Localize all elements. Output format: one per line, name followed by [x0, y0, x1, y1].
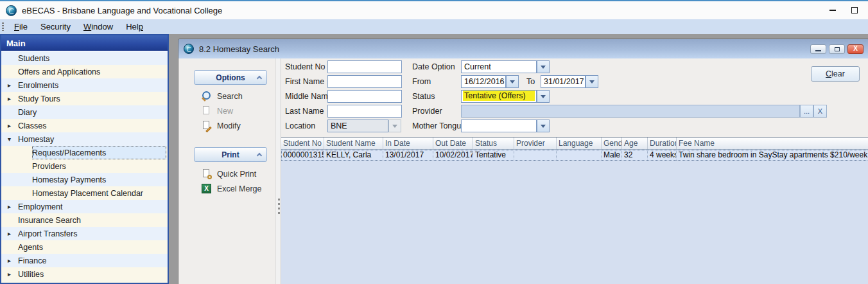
- sidebar-item-agents[interactable]: Agents: [1, 240, 168, 254]
- column-header-language[interactable]: Language: [557, 138, 602, 149]
- minimize-button[interactable]: [822, 1, 844, 19]
- sidebar: Main Students Offers and Applications ▸E…: [0, 34, 169, 284]
- sidebar-item-study-tours[interactable]: ▸Study Tours: [1, 92, 168, 105]
- close-icon: X: [853, 46, 858, 52]
- app-window: eBECAS - Brisbane Language and Vocationa…: [0, 0, 868, 284]
- menubar-grip-icon: [2, 22, 4, 31]
- to-date-dropdown-button[interactable]: [586, 75, 598, 88]
- homestay-search-window: 8.2 Homestay Search X Options: [178, 39, 868, 284]
- middle-name-label: Middle Name: [285, 92, 333, 101]
- column-header-gender[interactable]: Gende: [602, 138, 622, 149]
- clear-button[interactable]: Clear: [811, 66, 860, 82]
- from-date-label: From: [412, 77, 431, 86]
- quick-print-button[interactable]: Quick Print: [202, 168, 256, 179]
- homestay-window-title: 8.2 Homestay Search: [199, 44, 279, 54]
- sidebar-item-students[interactable]: Students: [1, 51, 168, 65]
- child-close-button[interactable]: X: [847, 44, 864, 54]
- child-restore-button[interactable]: [829, 44, 845, 54]
- minimize-icon: [815, 50, 821, 51]
- date-option-select[interactable]: Current: [461, 60, 537, 73]
- status-label: Status: [412, 92, 435, 101]
- cell-language: [557, 150, 602, 161]
- cell-in-date: 13/01/2017: [383, 150, 433, 161]
- restore-icon: [835, 47, 840, 51]
- to-date-input[interactable]: 31/01/2017: [541, 75, 586, 88]
- chevron-down-icon: [510, 80, 515, 84]
- sidebar-item-classes[interactable]: ▸Classes: [1, 119, 168, 132]
- column-header-provider[interactable]: Provider: [514, 138, 557, 149]
- expand-arrow-icon: ▸: [5, 122, 13, 129]
- sidebar-item-homestay-placement-calendar[interactable]: Homestay Placement Calendar: [1, 186, 168, 200]
- sidebar-item-providers[interactable]: Providers: [1, 159, 168, 173]
- cell-provider: [514, 150, 557, 161]
- status-select[interactable]: Tentative (Offers): [461, 90, 537, 103]
- search-button[interactable]: Search: [202, 91, 243, 102]
- modify-button[interactable]: Modify: [202, 120, 241, 131]
- expand-arrow-icon: ▸: [5, 257, 13, 264]
- from-date-dropdown-button[interactable]: [506, 75, 519, 88]
- panel-splitter[interactable]: [275, 58, 281, 284]
- sidebar-item-offers-and-applications[interactable]: Offers and Applications: [1, 65, 168, 78]
- status-dropdown-button[interactable]: [537, 90, 550, 103]
- provider-input: [461, 105, 800, 118]
- student-no-input[interactable]: [327, 60, 402, 73]
- search-form: Student No First Name Middle Name Last N…: [281, 58, 868, 137]
- sidebar-item-airport-transfers[interactable]: ▸Airport Transfers: [1, 227, 168, 240]
- print-group-header[interactable]: Print: [194, 147, 267, 162]
- column-header-age[interactable]: Age: [622, 138, 648, 149]
- window-titlebar: eBECAS - Brisbane Language and Vocationa…: [0, 1, 868, 19]
- column-header-out-date[interactable]: Out Date: [433, 138, 473, 149]
- column-header-student-name[interactable]: Student Name: [324, 138, 383, 149]
- search-area: Student No First Name Middle Name Last N…: [281, 58, 868, 284]
- date-option-dropdown-button[interactable]: [537, 60, 550, 73]
- menu-help[interactable]: Help: [119, 21, 150, 33]
- sidebar-item-utilities[interactable]: ▸Utilities: [1, 267, 168, 281]
- modify-pencil-icon: [202, 121, 211, 130]
- column-header-status[interactable]: Status: [473, 138, 514, 149]
- cell-duration: 4 weeks: [648, 150, 677, 161]
- menu-window[interactable]: Window: [77, 21, 119, 33]
- student-no-label: Student No: [285, 62, 326, 71]
- sidebar-item-insurance-search[interactable]: Insurance Search: [1, 213, 168, 227]
- from-date-input[interactable]: 16/12/2016: [461, 75, 506, 88]
- middle-name-input[interactable]: [327, 90, 402, 103]
- mother-tongue-label: Mother Tongue: [412, 121, 465, 130]
- sidebar-item-homestay-payments[interactable]: Homestay Payments: [1, 173, 168, 186]
- new-page-icon: [202, 106, 211, 116]
- menu-security[interactable]: Security: [34, 21, 77, 33]
- maximize-button[interactable]: [844, 1, 865, 19]
- column-header-duration[interactable]: Duration: [648, 138, 677, 149]
- mother-tongue-select[interactable]: [461, 120, 537, 132]
- column-header-fee-name[interactable]: Fee Name: [677, 138, 868, 149]
- sidebar-item-finance[interactable]: ▸Finance: [1, 254, 168, 267]
- excel-merge-button[interactable]: X Excel Merge: [202, 183, 261, 194]
- sidebar-item-request-placements[interactable]: Request/Placements: [1, 146, 168, 159]
- column-header-in-date[interactable]: In Date: [383, 138, 433, 149]
- first-name-label: First Name: [285, 77, 324, 86]
- last-name-input[interactable]: [327, 105, 402, 118]
- column-header-student-no[interactable]: Student No: [281, 138, 324, 149]
- menu-file[interactable]: File: [8, 21, 34, 33]
- date-option-label: Date Option: [412, 62, 455, 71]
- provider-browse-button[interactable]: ...: [800, 105, 813, 118]
- minimize-icon: [829, 10, 836, 11]
- sidebar-item-homestay[interactable]: ▾Homestay: [1, 132, 168, 146]
- print-preview-icon: [202, 169, 211, 179]
- cell-status: Tentative: [473, 150, 514, 161]
- cell-age: 32: [622, 150, 648, 161]
- provider-clear-button[interactable]: X: [813, 105, 827, 118]
- options-group-header[interactable]: Options: [194, 70, 267, 85]
- mother-tongue-dropdown-button[interactable]: [537, 120, 550, 132]
- splitter-grip-icon: [278, 199, 280, 217]
- sidebar-item-enrolments[interactable]: ▸Enrolments: [1, 78, 168, 92]
- table-row[interactable]: 0000001315 KELLY, Carla 13/01/2017 10/02…: [281, 150, 868, 161]
- new-button[interactable]: New: [202, 105, 233, 116]
- expand-arrow-icon: ▸: [5, 271, 13, 278]
- collapse-arrow-icon: ▾: [5, 136, 13, 143]
- sidebar-item-diary[interactable]: Diary: [1, 105, 168, 119]
- sidebar-item-employment[interactable]: ▸Employment: [1, 200, 168, 213]
- location-dropdown-button: [388, 120, 401, 132]
- first-name-input[interactable]: [327, 75, 402, 88]
- results-grid: Student No Student Name In Date Out Date…: [281, 137, 868, 284]
- child-minimize-button[interactable]: [810, 44, 826, 54]
